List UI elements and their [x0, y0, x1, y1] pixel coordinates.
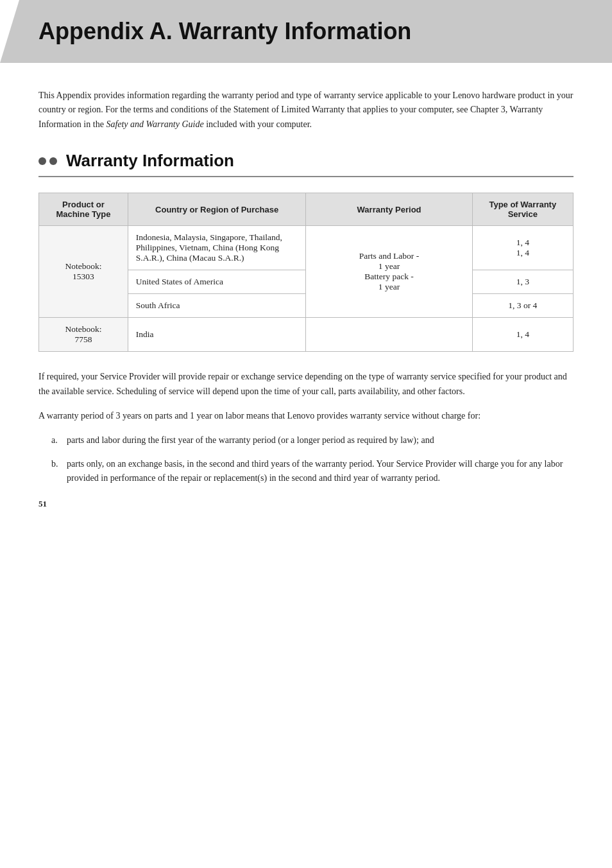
type-cell-sa: 1, 3 or 4	[472, 294, 573, 318]
list-text-a: parts and labor during the first year of…	[67, 433, 434, 447]
col-header-product: Product or Machine Type	[39, 193, 128, 226]
table-header-row: Product or Machine Type Country or Regio…	[39, 193, 574, 226]
country-cell-usa: United States of America	[128, 270, 306, 294]
col-header-warranty: Warranty Period	[306, 193, 472, 226]
page-number: 51	[38, 499, 574, 509]
warranty-period-7758	[306, 318, 472, 352]
warranty-table: Product or Machine Type Country or Regio…	[38, 193, 574, 352]
country-cell-india: India	[128, 318, 306, 352]
page-header: Appendix A. Warranty Information	[0, 0, 612, 63]
list-label-a: a.	[51, 433, 62, 447]
country-cell-sea: Indonesia, Malaysia, Singapore, Thailand…	[128, 226, 306, 270]
list-item-a: a. parts and labor during the first year…	[38, 433, 574, 447]
list-label-b: b.	[51, 457, 62, 486]
country-cell-sa: South Africa	[128, 294, 306, 318]
header-corner-decoration	[0, 0, 32, 63]
table-row: Notebook:15303 Indonesia, Malaysia, Sing…	[39, 226, 574, 270]
intro-text-after: included with your computer.	[204, 119, 312, 129]
footer-para-2: A warranty period of 3 years on parts an…	[38, 409, 574, 423]
type-cell-usa: 1, 3	[472, 270, 573, 294]
section-title: Warranty Information	[66, 151, 234, 171]
dot-1	[38, 157, 46, 165]
content-area: This Appendix provides information regar…	[0, 82, 612, 535]
list-text-b: parts only, on an exchange basis, in the…	[67, 457, 574, 486]
section-heading-row: Warranty Information	[38, 151, 574, 177]
col-header-type: Type of Warranty Service	[472, 193, 573, 226]
page-title: Appendix A. Warranty Information	[38, 18, 586, 45]
type-cell-sea: 1, 41, 4	[472, 226, 573, 270]
col-header-country: Country or Region of Purchase	[128, 193, 306, 226]
table-row: Notebook:7758 India 1, 4	[39, 318, 574, 352]
intro-italic: Safety and Warranty Guide	[106, 119, 203, 129]
warranty-period-cell: Parts and Labor -1 yearBattery pack -1 y…	[306, 226, 472, 318]
footer-para-1: If required, your Service Provider will …	[38, 370, 574, 399]
list-item-b: b. parts only, on an exchange basis, in …	[38, 457, 574, 486]
product-cell-7758: Notebook:7758	[39, 318, 128, 352]
section-dots	[38, 157, 57, 165]
intro-paragraph: This Appendix provides information regar…	[38, 89, 574, 132]
dot-2	[49, 157, 57, 165]
product-cell-15303: Notebook:15303	[39, 226, 128, 318]
type-cell-india: 1, 4	[472, 318, 573, 352]
